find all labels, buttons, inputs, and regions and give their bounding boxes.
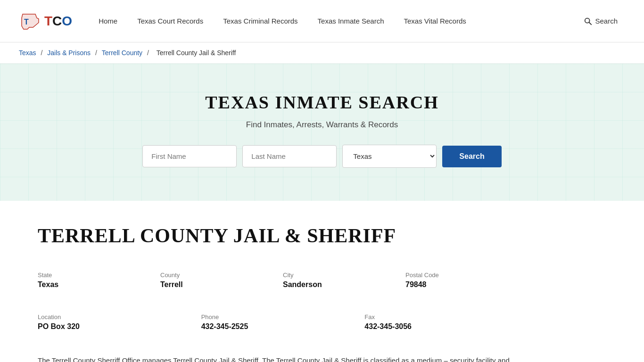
main-content: TERRELL COUNTY JAIL & SHERIFF State Texa… [0, 201, 566, 362]
phone-label: Phone [201, 313, 365, 321]
county-value: Terrell [160, 280, 283, 289]
nav-vital-records[interactable]: Texas Vital Records [396, 13, 474, 29]
nav-court-records[interactable]: Texas Court Records [130, 13, 211, 29]
logo-text: TCO [44, 14, 72, 29]
hero-section: TEXAS INMATE SEARCH Find Inmates, Arrest… [0, 64, 644, 201]
postal-cell: Postal Code 79848 [405, 266, 528, 298]
fax-label: Fax [364, 313, 528, 321]
breadcrumb-sep-3: / [147, 49, 151, 57]
city-value: Sanderson [283, 280, 405, 289]
city-label: City [283, 272, 405, 279]
county-label: County [160, 272, 283, 279]
fax-cell: Fax 432-345-3056 [364, 308, 528, 340]
fax-value: 432-345-3056 [364, 322, 528, 331]
search-button[interactable]: Search [442, 146, 501, 167]
county-cell: County Terrell [160, 266, 283, 298]
nav-search-button[interactable]: Search [576, 13, 625, 29]
state-select[interactable]: Texas [342, 145, 437, 168]
nav-criminal-records[interactable]: Texas Criminal Records [215, 13, 305, 29]
last-name-input[interactable] [242, 145, 337, 167]
site-header: T TCO Home Texas Court Records Texas Cri… [0, 0, 644, 42]
hero-subtitle: Find Inmates, Arrests, Warrants & Record… [19, 120, 625, 130]
breadcrumb-county[interactable]: Terrell County [102, 49, 142, 57]
location-value: PO Box 320 [38, 322, 201, 331]
breadcrumb-sep-2: / [95, 49, 99, 57]
logo-icon: T [19, 9, 42, 33]
breadcrumb-current: Terrell County Jail & Sheriff [157, 49, 236, 57]
first-name-input[interactable] [142, 145, 237, 167]
state-label: State [38, 272, 160, 279]
state-cell: State Texas [38, 266, 160, 298]
svg-line-4 [589, 22, 592, 25]
breadcrumb-jails[interactable]: Jails & Prisons [47, 49, 91, 57]
location-cell: Location PO Box 320 [38, 308, 201, 340]
city-cell: City Sanderson [283, 266, 405, 298]
facility-info-grid: State Texas County Terrell City Sanderso… [38, 266, 528, 298]
nav-search-label: Search [595, 17, 618, 25]
breadcrumb-sep-1: / [41, 49, 44, 57]
facility-title: TERRELL COUNTY JAIL & SHERIFF [38, 224, 528, 247]
phone-value: 432-345-2525 [201, 322, 365, 331]
location-label: Location [38, 313, 201, 321]
main-nav: Home Texas Court Records Texas Criminal … [91, 13, 625, 29]
postal-value: 79848 [405, 280, 528, 289]
breadcrumb-texas[interactable]: Texas [19, 49, 36, 57]
facility-info-grid-2: Location PO Box 320 Phone 432-345-2525 F… [38, 308, 528, 340]
breadcrumb: Texas / Jails & Prisons / Terrell County… [0, 42, 644, 64]
logo-link[interactable]: T TCO [19, 9, 72, 33]
svg-text:T: T [24, 18, 29, 26]
phone-cell: Phone 432-345-2525 [201, 308, 365, 340]
nav-inmate-search[interactable]: Texas Inmate Search [310, 13, 392, 29]
facility-description: The Terrell County Sherriff Office manag… [38, 354, 528, 362]
hero-title: TEXAS INMATE SEARCH [19, 92, 625, 113]
inmate-search-form: Texas Search [19, 145, 625, 168]
nav-home[interactable]: Home [91, 13, 125, 29]
state-value: Texas [38, 280, 160, 289]
postal-label: Postal Code [405, 272, 528, 279]
search-icon [584, 17, 592, 25]
